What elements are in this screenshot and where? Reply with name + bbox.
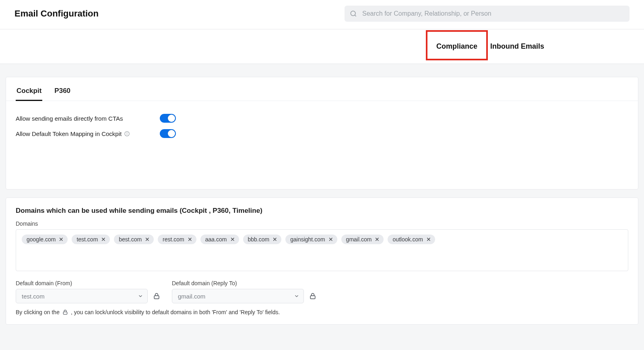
cockpit-settings-card: Cockpit P360 Allow sending emails direct…: [6, 77, 638, 189]
lock-icon: [62, 309, 68, 315]
setting-label: Allow sending emails directly from CTAs: [16, 115, 153, 122]
default-from-value: test.com: [22, 293, 45, 300]
tab-compliance[interactable]: Compliance: [436, 40, 478, 53]
domain-chip-label: google.com: [27, 236, 56, 243]
chevron-down-icon: [294, 293, 299, 299]
svg-line-1: [355, 15, 356, 16]
lock-note-suffix: , you can lock/unlock visibility to defa…: [71, 309, 280, 315]
domains-field-label: Domains: [16, 220, 628, 227]
inner-tab-p360[interactable]: P360: [54, 83, 71, 101]
domains-chips-input[interactable]: google.com✕test.com✕best.com✕rest.com✕aa…: [16, 229, 628, 271]
setting-allow-cta-emails: Allow sending emails directly from CTAs: [16, 111, 628, 126]
lock-icon[interactable]: [309, 292, 317, 300]
setting-label-text: Allow sending emails directly from CTAs: [16, 115, 123, 122]
remove-chip-icon[interactable]: ✕: [145, 237, 150, 242]
search-container: [345, 6, 630, 22]
domains-card: Domains which can be used while sending …: [6, 198, 638, 325]
lock-note: By clicking on the , you can lock/unlock…: [16, 309, 628, 315]
setting-allow-token-mapping: Allow Default Token Mapping in Cockpit: [16, 126, 628, 141]
info-icon[interactable]: [124, 131, 130, 137]
svg-point-4: [127, 132, 127, 133]
lock-note-prefix: By clicking on the: [16, 309, 60, 315]
domain-chip-label: bbb.com: [248, 236, 270, 243]
chevron-down-icon: [138, 293, 143, 299]
search-input[interactable]: [345, 6, 630, 22]
toggle-allow-cta-emails[interactable]: [160, 114, 176, 123]
tab-inbound-emails[interactable]: Inbound Emails: [489, 40, 545, 53]
remove-chip-icon[interactable]: ✕: [188, 237, 192, 242]
svg-rect-5: [154, 296, 159, 299]
default-from-label: Default domain (From): [16, 280, 161, 286]
search-icon: [349, 10, 357, 18]
remove-chip-icon[interactable]: ✕: [426, 237, 431, 242]
inner-tab-bar: Cockpit P360: [6, 83, 638, 101]
domain-chip: google.com✕: [22, 235, 68, 244]
remove-chip-icon[interactable]: ✕: [375, 237, 380, 242]
svg-rect-7: [63, 312, 67, 314]
domain-chip: gmail.com✕: [341, 235, 384, 244]
search-box: [345, 6, 630, 22]
domain-chip-label: gainsight.com: [290, 236, 325, 243]
svg-rect-6: [310, 296, 315, 299]
lock-icon[interactable]: [153, 292, 161, 300]
default-replyto-value: gmail.com: [178, 293, 205, 300]
default-replyto-select[interactable]: gmail.com: [172, 289, 304, 303]
main-tab-bar: Compliance Inbound Emails: [0, 29, 644, 64]
remove-chip-icon[interactable]: ✕: [230, 237, 235, 242]
domain-chip-label: outlook.com: [392, 236, 423, 243]
default-replyto-column: Default domain (Reply To) gmail.com: [172, 280, 317, 303]
domain-chip: bbb.com✕: [243, 235, 282, 244]
domain-chip-label: gmail.com: [346, 236, 372, 243]
remove-chip-icon[interactable]: ✕: [101, 237, 106, 242]
page-title: Email Configuration: [14, 8, 99, 19]
remove-chip-icon[interactable]: ✕: [59, 237, 64, 242]
remove-chip-icon[interactable]: ✕: [328, 237, 333, 242]
domain-chip: outlook.com✕: [388, 235, 435, 244]
domains-section-heading: Domains which can be used while sending …: [16, 207, 628, 215]
default-from-column: Default domain (From) test.com: [16, 280, 161, 303]
remove-chip-icon[interactable]: ✕: [272, 237, 277, 242]
content-area: Cockpit P360 Allow sending emails direct…: [0, 64, 644, 350]
inner-tab-cockpit[interactable]: Cockpit: [16, 83, 42, 101]
setting-label: Allow Default Token Mapping in Cockpit: [16, 130, 153, 137]
domain-chip: rest.com✕: [158, 235, 196, 244]
domain-chip: best.com✕: [114, 235, 154, 244]
setting-label-text: Allow Default Token Mapping in Cockpit: [16, 130, 122, 137]
svg-point-0: [351, 11, 355, 16]
toggle-allow-token-mapping[interactable]: [160, 129, 176, 138]
domain-chip: test.com✕: [72, 235, 110, 244]
default-replyto-label: Default domain (Reply To): [172, 280, 317, 286]
default-from-select[interactable]: test.com: [16, 289, 148, 303]
domain-chip: aaa.com✕: [200, 235, 239, 244]
default-domains-row: Default domain (From) test.com Default d…: [16, 280, 628, 303]
domain-chip-label: rest.com: [163, 236, 184, 243]
domain-chip-label: aaa.com: [205, 236, 227, 243]
domain-chip-label: test.com: [76, 236, 98, 243]
domain-chip: gainsight.com✕: [285, 235, 337, 244]
page-header: Email Configuration: [0, 0, 644, 29]
domain-chip-label: best.com: [119, 236, 142, 243]
